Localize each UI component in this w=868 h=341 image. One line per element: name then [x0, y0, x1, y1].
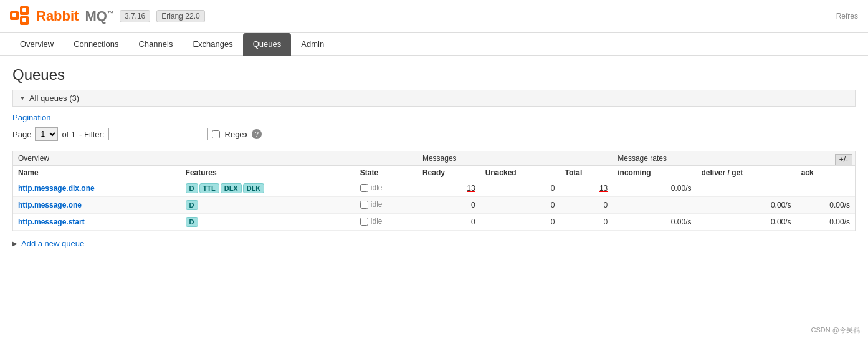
badge-dlk: DLK	[243, 183, 265, 193]
of-label: of 1	[62, 130, 75, 139]
ack-cell	[796, 180, 855, 197]
add-queue-link[interactable]: Add a new queue	[21, 239, 84, 248]
group-header-row: Overview Messages Message rates	[13, 151, 855, 166]
total-cell: 13	[560, 180, 613, 197]
features-cell: D	[181, 214, 355, 231]
col-unacked: Unacked	[480, 166, 560, 180]
col-incoming: incoming	[613, 166, 696, 180]
svg-rect-5	[22, 18, 26, 22]
col-deliver-get: deliver / get	[697, 166, 796, 180]
total-cell: 0	[560, 197, 613, 214]
state-cell: idle	[355, 197, 417, 212]
table-row: http.message.oneDidle0000.00/s0.00/s	[13, 197, 855, 214]
pagination-row: Page 1 of 1 - Filter: Regex ?	[12, 127, 856, 141]
state-value: idle	[371, 183, 383, 192]
filter-label: - Filter:	[79, 130, 104, 139]
total-cell: 0	[560, 214, 613, 231]
ready-value: 13	[467, 184, 475, 193]
add-queue-triangle-icon: ▶	[12, 240, 17, 247]
nav-exchanges[interactable]: Exchanges	[183, 33, 242, 56]
logo-area: Rabbit MQ™ 3.7.16 Erlang 22.0	[10, 6, 205, 26]
ack-cell: 0.00/s	[796, 214, 855, 231]
features-cell: DTTLDLXDLK	[181, 180, 355, 197]
unacked-cell: 0	[480, 214, 560, 231]
regex-label: Regex	[225, 130, 249, 139]
badge-d: D	[186, 200, 198, 210]
overview-group-header: Overview	[13, 151, 417, 166]
section-triangle-icon: ▼	[19, 95, 26, 102]
page-label: Page	[12, 130, 31, 139]
logo-mq-text: MQ™	[85, 8, 113, 24]
badge-d: D	[186, 217, 198, 227]
queue-table: Overview Messages Message rates Name Fea…	[13, 151, 855, 231]
total-value: 13	[599, 184, 608, 193]
row-checkbox[interactable]	[360, 201, 368, 209]
state-value: idle	[371, 200, 383, 209]
message-rates-group-header: Message rates	[613, 151, 855, 166]
state-cell: idle	[355, 180, 417, 195]
queue-tbody: http.message.dlx.oneDTTLDLXDLKidle130130…	[13, 180, 855, 231]
col-ready: Ready	[417, 166, 480, 180]
col-ack: ack	[796, 166, 855, 180]
page-select[interactable]: 1	[35, 127, 58, 141]
nav-bar: Overview Connections Channels Exchanges …	[0, 33, 868, 56]
badge-dlx: DLX	[221, 183, 242, 193]
state-cell: idle	[355, 214, 417, 229]
erlang-badge: Erlang 22.0	[156, 10, 204, 22]
incoming-cell: 0.00/s	[613, 180, 696, 197]
row-checkbox[interactable]	[360, 184, 368, 192]
table-row: http.message.startDidle0000.00/s0.00/s0.…	[13, 214, 855, 231]
svg-rect-4	[22, 8, 26, 12]
nav-admin[interactable]: Admin	[291, 33, 334, 56]
queue-name-link[interactable]: http.message.dlx.one	[18, 184, 95, 193]
unacked-cell: 0	[480, 197, 560, 214]
state-value: idle	[371, 217, 383, 226]
unacked-cell: 0	[480, 180, 560, 197]
incoming-cell	[613, 197, 696, 214]
nav-connections[interactable]: Connections	[64, 33, 128, 56]
refresh-link[interactable]: Refres	[836, 12, 858, 21]
col-features: Features	[181, 166, 355, 180]
ready-cell: 0	[417, 214, 480, 231]
all-queues-section-header[interactable]: ▼ All queues (3)	[12, 90, 856, 107]
filter-input[interactable]	[108, 128, 208, 140]
top-bar: Rabbit MQ™ 3.7.16 Erlang 22.0 Refres	[0, 0, 868, 33]
logo-rabbit-text: Rabbit	[36, 8, 79, 24]
features-cell: D	[181, 197, 355, 214]
queue-table-wrapper: +/- Overview Messages Message rates Name…	[12, 151, 856, 231]
nav-overview[interactable]: Overview	[10, 33, 64, 56]
deliver-get-cell	[697, 180, 796, 197]
version-badge: 3.7.16	[120, 10, 150, 22]
deliver-get-cell: 0.00/s	[697, 197, 796, 214]
rabbitmq-logo-icon	[10, 6, 30, 26]
ack-cell: 0.00/s	[796, 197, 855, 214]
queue-name-link[interactable]: http.message.one	[18, 201, 82, 209]
page-title: Queues	[12, 66, 856, 84]
help-icon[interactable]: ?	[252, 129, 262, 139]
col-name: Name	[13, 166, 181, 180]
col-state: State	[355, 166, 417, 180]
content-area: Queues ▼ All queues (3) Pagination Page …	[0, 56, 868, 258]
svg-rect-3	[12, 13, 16, 17]
plus-minus-button[interactable]: +/-	[835, 154, 852, 165]
ready-cell: 13	[417, 180, 480, 197]
pagination-label[interactable]: Pagination	[12, 113, 856, 122]
deliver-get-cell: 0.00/s	[697, 214, 796, 231]
badge-ttl: TTL	[199, 183, 219, 193]
col-total: Total	[560, 166, 613, 180]
badge-d: D	[186, 183, 198, 193]
ready-cell: 0	[417, 197, 480, 214]
messages-group-header: Messages	[417, 151, 613, 166]
add-queue-section[interactable]: ▶ Add a new queue	[12, 239, 856, 248]
table-row: http.message.dlx.oneDTTLDLXDLKidle130130…	[13, 180, 855, 197]
nav-queues[interactable]: Queues	[243, 33, 292, 56]
section-label: All queues (3)	[29, 94, 79, 103]
queue-name-link[interactable]: http.message.start	[18, 218, 85, 226]
col-header-row: Name Features State Ready Unacked Total …	[13, 166, 855, 180]
incoming-cell: 0.00/s	[613, 214, 696, 231]
row-checkbox[interactable]	[360, 218, 368, 226]
regex-checkbox[interactable]	[212, 130, 220, 138]
nav-channels[interactable]: Channels	[128, 33, 183, 56]
